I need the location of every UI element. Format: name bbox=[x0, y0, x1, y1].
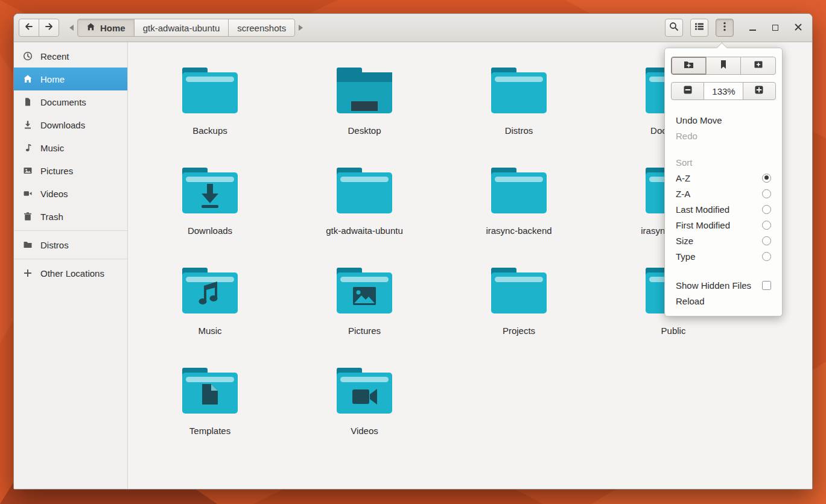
zoom-in-icon bbox=[754, 85, 764, 97]
close-button[interactable] bbox=[789, 19, 807, 37]
sidebar-item-trash[interactable]: Trash bbox=[14, 205, 127, 228]
file-item-irasync-backend[interactable]: irasync-backend bbox=[442, 162, 596, 262]
sidebar-item-videos[interactable]: Videos bbox=[14, 182, 127, 205]
folder-icon bbox=[488, 265, 550, 316]
sidebar-item-pictures[interactable]: Pictures bbox=[14, 159, 127, 182]
sort-options: A-ZZ-ALast ModifiedFirst ModifiedSizeTyp… bbox=[671, 170, 776, 264]
sidebar-item-label: Music bbox=[40, 143, 64, 153]
menu-item-reload[interactable]: Reload bbox=[671, 293, 776, 309]
folder-icon bbox=[333, 365, 396, 416]
sort-radio[interactable] bbox=[762, 221, 771, 230]
menu-item-label: Redo bbox=[676, 131, 697, 141]
sidebar-item-music[interactable]: Music bbox=[14, 136, 127, 159]
popover-action-row bbox=[671, 57, 776, 75]
menu-item-sort-type[interactable]: Type bbox=[671, 248, 776, 264]
menu-item-label: Last Modified bbox=[676, 204, 729, 215]
file-item-distros[interactable]: Distros bbox=[442, 61, 596, 162]
search-button[interactable] bbox=[665, 19, 683, 37]
sidebar-item-documents[interactable]: Documents bbox=[14, 90, 127, 113]
folder-icon bbox=[179, 65, 241, 116]
popover-menu-list: Undo Move Redo Sort A-ZZ-ALast ModifiedF… bbox=[671, 112, 776, 309]
nav-buttons bbox=[19, 19, 59, 37]
file-item-label: Desktop bbox=[348, 125, 381, 136]
bookmark-button[interactable] bbox=[706, 57, 742, 75]
menu-item-sort-last-modified[interactable]: Last Modified bbox=[671, 201, 776, 217]
file-item-label: Public bbox=[661, 326, 686, 336]
file-item-backups[interactable]: Backups bbox=[133, 61, 287, 162]
file-item-projects[interactable]: Projects bbox=[442, 262, 596, 362]
zoom-out-button[interactable] bbox=[671, 82, 704, 100]
file-item-templates[interactable]: Templates bbox=[133, 362, 287, 462]
pictures-icon bbox=[23, 166, 33, 175]
file-item-label: Videos bbox=[351, 426, 378, 436]
folder-icon bbox=[488, 65, 550, 116]
menu-item-sort-a-z[interactable]: A-Z bbox=[671, 170, 776, 186]
sidebar-item-recent[interactable]: Recent bbox=[14, 45, 127, 68]
documents-icon bbox=[23, 97, 33, 107]
sidebar-item-label: Documents bbox=[40, 97, 86, 107]
folder-icon bbox=[488, 165, 550, 216]
path-button-folder1[interactable]: gtk-adwaita-ubuntu bbox=[134, 19, 229, 37]
sidebar-item-distros[interactable]: Distros bbox=[14, 233, 127, 256]
sidebar: RecentHomeDocumentsDownloadsMusicPicture… bbox=[14, 42, 128, 489]
header-bar: Home gtk-adwaita-ubuntu screenshots bbox=[14, 14, 812, 42]
sidebar-item-home[interactable]: Home bbox=[14, 68, 127, 90]
forward-button[interactable] bbox=[39, 19, 59, 37]
view-toggle-button[interactable] bbox=[690, 19, 708, 37]
menu-item-sort-first-modified[interactable]: First Modified bbox=[671, 217, 776, 233]
sort-radio[interactable] bbox=[762, 189, 771, 198]
sidebar-item-other-locations[interactable]: Other Locations bbox=[14, 262, 127, 285]
file-item-label: Downloads bbox=[188, 225, 232, 236]
home-icon bbox=[23, 74, 33, 84]
menu-item-undo[interactable]: Undo Move bbox=[671, 112, 776, 128]
menu-item-label: First Modified bbox=[676, 220, 730, 230]
folder-icon bbox=[179, 365, 241, 416]
menu-item-sort-z-a[interactable]: Z-A bbox=[671, 186, 776, 201]
new-tab-button[interactable] bbox=[740, 57, 776, 75]
sidebar-item-downloads[interactable]: Downloads bbox=[14, 113, 127, 136]
plus-icon bbox=[23, 268, 33, 278]
sort-radio[interactable] bbox=[762, 236, 771, 245]
file-item-desktop[interactable]: Desktop bbox=[287, 61, 442, 162]
file-item-label: Templates bbox=[189, 426, 230, 436]
sidebar-item-label: Videos bbox=[40, 189, 68, 199]
path-button-home[interactable]: Home bbox=[77, 19, 135, 37]
zoom-level: 133% bbox=[704, 82, 743, 100]
path-scroll-right-button[interactable] bbox=[295, 19, 306, 37]
file-item-videos[interactable]: Videos bbox=[287, 362, 442, 462]
folder-icon bbox=[333, 165, 396, 216]
file-item-label: Backups bbox=[192, 125, 227, 136]
path-label: Home bbox=[100, 23, 125, 33]
sort-radio[interactable] bbox=[762, 174, 771, 183]
path-scroll-left-button[interactable] bbox=[66, 19, 77, 37]
minimize-button[interactable] bbox=[743, 19, 761, 37]
menu-separator bbox=[671, 143, 776, 154]
menu-separator bbox=[671, 264, 776, 277]
home-icon bbox=[86, 22, 95, 33]
sidebar-item-label: Other Locations bbox=[40, 268, 104, 279]
new-folder-button[interactable] bbox=[671, 57, 707, 75]
menu-button[interactable] bbox=[716, 19, 734, 37]
menu-item-sort-size[interactable]: Size bbox=[671, 233, 776, 248]
back-button[interactable] bbox=[19, 19, 39, 37]
path-bar: Home gtk-adwaita-ubuntu screenshots bbox=[66, 19, 306, 37]
file-item-downloads[interactable]: Downloads bbox=[133, 162, 287, 262]
show-hidden-checkbox[interactable] bbox=[762, 281, 771, 290]
path-label: gtk-adwaita-ubuntu bbox=[143, 23, 220, 33]
file-item-label: Music bbox=[198, 326, 221, 336]
maximize-button[interactable] bbox=[766, 19, 784, 37]
file-item-gtk-adwaita-ubuntu[interactable]: gtk-adwaita-ubuntu bbox=[287, 162, 442, 262]
file-item-pictures[interactable]: Pictures bbox=[287, 262, 442, 362]
zoom-in-button[interactable] bbox=[743, 82, 776, 100]
menu-item-show-hidden[interactable]: Show Hidden Files bbox=[671, 277, 776, 293]
menu-item-label: A-Z bbox=[676, 173, 690, 183]
close-icon bbox=[795, 22, 802, 33]
sort-radio[interactable] bbox=[762, 252, 771, 261]
path-button-folder2[interactable]: screenshots bbox=[228, 19, 295, 37]
file-item-music[interactable]: Music bbox=[133, 262, 287, 362]
downloads-icon bbox=[23, 120, 33, 130]
folder-icon bbox=[333, 65, 396, 116]
sidebar-item-label: Downloads bbox=[40, 120, 85, 130]
sort-radio[interactable] bbox=[762, 205, 771, 214]
music-icon bbox=[23, 143, 33, 153]
